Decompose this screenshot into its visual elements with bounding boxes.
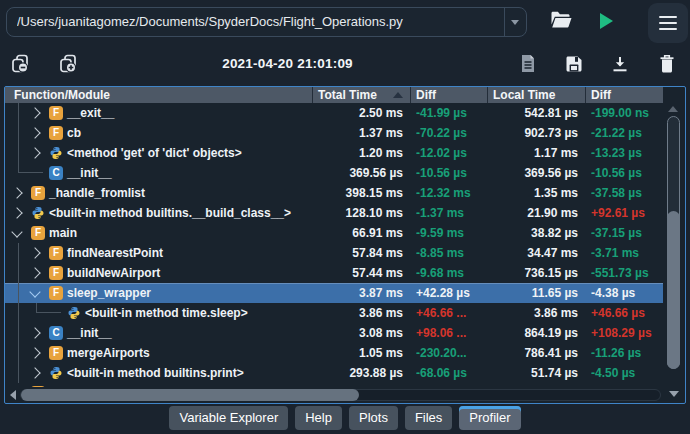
python-icon [49,146,63,160]
local-time-value: 3.86 ms [486,303,578,323]
chevron-right-icon[interactable] [29,147,40,158]
total-time-value: 3.86 ms [311,303,403,323]
tab-variable-explorer[interactable]: Variable Explorer [169,406,288,430]
table-row-method-get-of-dict-objects[interactable]: <method 'get' of 'dict' objects> 1.20 ms… [5,143,663,163]
function-name: cb [67,123,81,143]
function-icon: F [49,346,63,360]
table-row-init[interactable]: C __init__ 3.08 ms +98.06 ... 864.19 µs … [5,323,663,343]
local-time-value: 1.35 ms [486,183,578,203]
chevron-down-icon[interactable] [11,226,22,237]
file-path-combobox[interactable]: /Users/juanitagomez/Documents/SpyderDocs… [6,7,527,37]
function-name: __init__ [67,323,112,343]
column-header-total-time[interactable]: Total Time [318,87,377,103]
table-row-built-in-method-builtins-build-class[interactable]: <built-in method builtins.__build_class_… [5,203,663,223]
total-diff-value: -70.22 µs [416,123,484,143]
local-diff-value: -199.00 ns [591,103,661,123]
expand-all-button[interactable] [53,50,83,80]
load-data-button[interactable] [605,50,635,80]
horizontal-scrollbar[interactable] [5,387,685,403]
chevron-down-icon[interactable] [29,286,40,297]
clear-comparison-button[interactable] [652,50,682,80]
column-header-function-module[interactable]: Function/Module [14,87,110,103]
total-time-value: 2.50 ms [311,103,403,123]
collapse-all-button[interactable] [5,50,35,80]
run-play-icon [600,13,613,29]
total-time-value: 293.88 µs [311,363,403,383]
profiler-table: Function/Module Total Time Diff Local Ti… [4,86,686,404]
table-row-init[interactable]: C __init__ 369.56 µs -10.56 µs 369.56 µs… [5,163,663,183]
column-header-local-time[interactable]: Local Time [493,87,555,103]
tree-guide-line [18,363,19,383]
table-row-buildnewairport[interactable]: F buildNewAirport 57.44 ms -9.68 ms 736.… [5,263,663,283]
chevron-right-icon[interactable] [29,327,40,338]
profile-timestamp: 2021-04-20 21:01:09 [150,56,425,71]
tab-profiler[interactable]: Profiler [459,406,520,430]
table-row-built-in-method-time-sleep[interactable]: <built-in method time.sleep> 3.86 ms +46… [5,303,663,323]
local-time-value: 736.15 µs [486,263,578,283]
options-menu-button[interactable] [648,3,688,43]
table-row-findnearestpoint[interactable]: F findNearestPoint 57.84 ms -8.85 ms 34.… [5,243,663,263]
show-output-button[interactable] [513,50,543,80]
local-diff-value: -4.50 µs [591,363,661,383]
run-profiler-button[interactable] [589,4,623,38]
pane-tabbar: Variable ExplorerHelpPlotsFilesProfiler [0,406,690,434]
table-row-exit[interactable]: F __exit__ 2.50 ms -41.99 µs 542.81 µs -… [5,103,663,123]
python-icon [67,306,81,320]
save-data-button[interactable] [559,50,589,80]
local-time-value: 369.56 µs [486,163,578,183]
chevron-right-icon[interactable] [29,267,40,278]
open-folder-icon [550,11,572,31]
function-name: sleep_wrapper [67,283,151,303]
chevron-right-icon[interactable] [11,187,22,198]
total-time-value: 57.84 ms [311,243,403,263]
chevron-right-icon[interactable] [29,347,40,358]
horizontal-scroll-thumb[interactable] [21,389,359,401]
local-diff-value: -4.38 µs [591,283,661,303]
local-diff-value: -37.15 µs [591,223,661,243]
table-row-main[interactable]: F main 66.91 ms -9.59 ms 38.82 µs -37.15… [5,223,663,243]
function-name: mergeAirports [67,343,150,363]
chevron-right-icon[interactable] [29,107,40,118]
tab-plots[interactable]: Plots [349,406,398,430]
table-row-sleep-wrapper[interactable]: F sleep_wrapper 3.87 ms +42.28 µs 11.65 … [5,283,663,303]
table-row-cb[interactable]: F cb 1.37 ms -70.22 µs 902.73 µs -21.22 … [5,123,663,143]
tab-files[interactable]: Files [405,406,452,430]
vertical-scroll-thumb[interactable] [667,211,680,369]
function-icon: F [49,106,63,120]
scroll-down-arrow-icon[interactable] [669,391,679,397]
column-separator [585,87,586,103]
vertical-scrollbar[interactable] [663,103,685,387]
local-diff-value: -551.73 µs [591,263,661,283]
file-path-value: /Users/juanitagomez/Documents/SpyderDocs… [17,8,500,36]
total-time-value: 369.56 µs [311,163,403,183]
table-header: Function/Module Total Time Diff Local Ti… [5,87,663,103]
table-row-mergeairports[interactable]: F mergeAirports 1.05 ms -230.20... 786.4… [5,343,663,363]
table-row-handle-fromlist[interactable]: F _handle_fromlist 398.15 ms -12.32 ms 1… [5,183,663,203]
total-diff-value: -230.20... [416,343,484,363]
total-diff-value: -10.56 µs [416,163,484,183]
column-header-diff-total[interactable]: Diff [416,87,436,103]
combobox-dropdown-arrow[interactable] [504,8,526,36]
tab-help[interactable]: Help [295,406,342,430]
tree-guide-line [18,323,19,343]
chevron-right-icon[interactable] [29,127,40,138]
local-time-value: 1.17 ms [486,143,578,163]
function-icon: F [49,246,63,260]
column-separator [312,87,313,103]
function-name: <built-in method time.sleep> [85,303,248,323]
tree-guide-line [18,123,19,143]
scroll-left-arrow-icon[interactable] [10,390,16,400]
chevron-right-icon[interactable] [29,367,40,378]
scroll-up-arrow-icon[interactable] [668,106,678,112]
chevron-right-icon[interactable] [29,247,40,258]
open-file-button[interactable] [544,4,578,38]
column-header-diff-local[interactable]: Diff [591,87,611,103]
table-row-built-in-method-builtins-print[interactable]: <built-in method builtins.print> 293.88 … [5,363,663,383]
save-floppy-icon [565,55,583,76]
total-diff-value: +42.28 µs [416,283,484,303]
tree-guide-line [18,143,19,163]
function-name: <built-in method builtins.print> [67,363,244,383]
local-diff-value: +108.29 µs [591,323,661,343]
total-time-value: 66.91 ms [311,223,403,243]
chevron-right-icon[interactable] [11,207,22,218]
